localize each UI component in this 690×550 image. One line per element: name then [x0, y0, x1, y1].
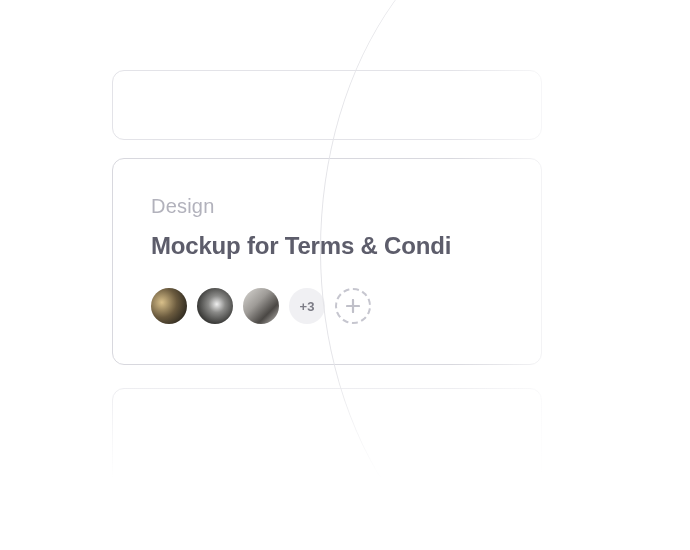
assignee-overflow-count[interactable]: +3 — [289, 288, 325, 324]
assignee-avatar[interactable] — [151, 288, 187, 324]
task-title: Mockup for Terms & Condi — [151, 232, 503, 260]
assignee-avatar[interactable] — [197, 288, 233, 324]
task-category-label: Design — [151, 195, 503, 218]
plus-icon — [346, 299, 360, 313]
add-assignee-button[interactable] — [335, 288, 371, 324]
task-card-previous[interactable] — [112, 70, 542, 140]
task-card[interactable]: Design Mockup for Terms & Condi +3 — [112, 158, 542, 365]
task-card-next[interactable] — [112, 388, 542, 508]
assignee-row: +3 — [151, 288, 503, 324]
assignee-avatar[interactable] — [243, 288, 279, 324]
